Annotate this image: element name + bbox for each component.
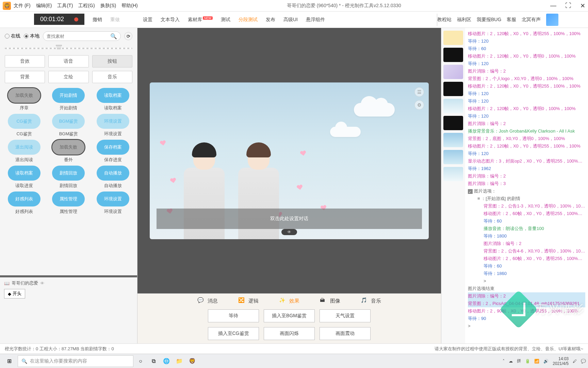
tab-music[interactable]: 🎵音乐: [361, 297, 381, 305]
toolbar-settings[interactable]: 设置: [143, 17, 152, 23]
close-icon[interactable]: ✕: [580, 2, 585, 10]
toolbar-textimport[interactable]: 文本导入: [161, 17, 180, 23]
hide-ui-icon[interactable]: 👁: [281, 229, 297, 235]
script-line[interactable]: 播放背景音乐：Josh Groban&Kelly Clarkson - All …: [468, 127, 585, 135]
category-tab[interactable]: 立绘: [48, 71, 88, 83]
script-line[interactable]: 图片消除：编号：2: [468, 172, 585, 180]
script-line[interactable]: 等待：120: [468, 90, 585, 97]
script-line[interactable]: 等待：90: [468, 315, 585, 322]
script-line[interactable]: 移动图片：2，120帧，X0，Y0，透明0，100%，100%: [468, 105, 585, 112]
maximize-icon[interactable]: ⛶: [565, 2, 571, 10]
effect-action-button[interactable]: 天气设置: [320, 309, 371, 322]
category-tab[interactable]: 语音: [48, 55, 88, 67]
tab-logic[interactable]: 🔀逻辑: [238, 297, 259, 305]
timeline-thumb[interactable]: [443, 82, 463, 96]
script-line[interactable]: 移动图片：2，120帧，X0，Y0，透明255，100%，100%: [468, 30, 585, 37]
script-line[interactable]: 移动图片：2，120帧，X0，Y0，透明255，100%，100%: [468, 142, 585, 150]
toolbar-float[interactable]: 悬浮组件: [306, 17, 325, 23]
asset-item[interactable]: 保存档案保存进度: [92, 140, 134, 163]
battery-icon[interactable]: 🔋: [525, 359, 530, 364]
toolbar-segtest[interactable]: 分段测试: [239, 17, 258, 23]
script-line[interactable]: 等待：120: [468, 112, 585, 120]
menu-item[interactable]: 工程(G): [78, 3, 95, 9]
start-button[interactable]: ⊞: [2, 355, 16, 367]
script-line[interactable]: 显示动态图片：3，封面op2，X0，Y0，透明255，100%，100%: [468, 157, 585, 165]
effect-action-button[interactable]: 画面震动: [320, 327, 371, 340]
volume-icon[interactable]: 🔊: [543, 359, 549, 364]
script-line[interactable]: 背景图：2，PicsArt_04-04-02.01.48_mh161751636…: [468, 300, 585, 307]
link-support[interactable]: 客服: [507, 17, 516, 23]
app-taskbar-icon[interactable]: 🦁: [186, 355, 198, 367]
onedrive-icon[interactable]: ☁: [509, 359, 513, 364]
preview-stage[interactable]: ☰ ⚙ 双击此处设置对话 👁: [150, 82, 429, 239]
asset-search[interactable]: 🔍: [43, 31, 121, 41]
script-line[interactable]: >: [468, 322, 585, 330]
script-line[interactable]: 等待：1962: [468, 165, 585, 172]
asset-item[interactable]: 加载失败番外: [48, 140, 89, 163]
notification-icon[interactable]: 💬: [581, 359, 586, 364]
category-tab[interactable]: 音效: [5, 55, 45, 67]
zoom-slider[interactable]: [5, 46, 132, 51]
effect-action-button[interactable]: 等待: [208, 309, 259, 322]
timeline-thumb[interactable]: [443, 133, 463, 147]
category-tab[interactable]: 背景: [5, 71, 45, 83]
script-line[interactable]: >: [468, 277, 585, 285]
timeline-thumb[interactable]: [443, 48, 463, 62]
menu-item[interactable]: 工具(T): [57, 3, 73, 9]
timeline-thumb[interactable]: [443, 167, 463, 181]
script-line[interactable]: 背景图：2，公告1-3，X0,Y0，透明0，100%，100%: [468, 202, 585, 210]
stage-settings-icon[interactable]: ⚙: [414, 100, 424, 110]
radio-local[interactable]: 本地: [24, 33, 39, 39]
timeline-thumb[interactable]: [443, 31, 463, 45]
cortana-icon[interactable]: ○: [135, 355, 146, 367]
timeline-thumb[interactable]: [443, 116, 463, 130]
asset-item[interactable]: 读取档案读取进度: [3, 166, 45, 189]
script-line[interactable]: 播放音效：朗读公告，音量100: [468, 225, 585, 232]
asset-item[interactable]: BGM鉴赏BGM鉴赏: [48, 114, 89, 137]
wifi-icon[interactable]: 📶: [534, 359, 539, 364]
toolbar-publish[interactable]: 发布: [266, 17, 275, 23]
script-line[interactable]: 图片选项：: [468, 187, 585, 195]
category-tab[interactable]: 音乐: [92, 71, 132, 83]
script-line[interactable]: ≡ ：[开始游戏] 的剧情: [468, 195, 585, 202]
asset-item[interactable]: 环境设置环境设置: [92, 114, 134, 137]
script-line[interactable]: 背景图：2，个人logo，X0,Y0，透明0，100%，100%: [468, 75, 585, 82]
tab-effect[interactable]: ✨效果: [279, 297, 299, 305]
script-line[interactable]: 背景图：2，底图，X0,Y0，透明0，100%，100%: [468, 135, 585, 142]
link-bug[interactable]: 我要报BUG: [477, 17, 501, 23]
link-tutorial[interactable]: 教程站: [437, 17, 452, 23]
script-line[interactable]: 背景图：2，公告4-6，X0,Y0，透明0，100%，100%: [468, 247, 585, 255]
taskbar-clock[interactable]: 14:03 2021/4/5: [553, 356, 569, 366]
asset-item[interactable]: 自动播放自动播放: [92, 166, 134, 189]
user-avatar[interactable]: [546, 14, 558, 26]
menu-item[interactable]: 编辑(E): [36, 3, 52, 9]
script-line[interactable]: 移动图片：2，120帧，X0，Y0，透明255，100%，100%: [468, 82, 585, 90]
taskview-icon[interactable]: ⧉: [148, 355, 159, 367]
script-line[interactable]: 等待：120: [468, 37, 585, 45]
script-line[interactable]: 图片消除：编号：3: [468, 180, 585, 187]
explorer-icon[interactable]: 📁: [174, 355, 185, 367]
effect-action-button[interactable]: 插入至BGM鉴赏: [264, 309, 315, 322]
project-tree-root[interactable]: 📖 哥哥们的恋爱 👁: [4, 280, 133, 286]
asset-item[interactable]: 读取档案读取档案: [92, 88, 134, 111]
asset-item[interactable]: 剧情回放剧情回放: [48, 166, 89, 189]
dialog-box[interactable]: 双击此处设置对话: [157, 209, 422, 229]
script-line[interactable]: 移动图片：2，120帧，X0，Y0，透明0，100%，100%: [468, 52, 585, 60]
script-line[interactable]: 图片选项结束: [468, 285, 585, 292]
asset-item[interactable]: 开始剧情开始剧情: [48, 88, 89, 111]
toolbar-advui[interactable]: 高级UI: [283, 17, 298, 23]
asset-item[interactable]: 退出阅读退出阅读: [3, 140, 45, 163]
asset-item[interactable]: 环境设置环境设置: [92, 191, 134, 215]
scene-start-node[interactable]: ◆ 开头: [4, 289, 25, 298]
script-line[interactable]: 移动图片：2，90帧，X0，Y0，透明255，100%，100%: [468, 307, 585, 315]
script-line[interactable]: 图片消除：编号：2: [468, 67, 585, 75]
asset-item[interactable]: 属性管理属性管理: [48, 191, 89, 215]
menu-item[interactable]: 文件 (F): [14, 3, 31, 9]
script-line[interactable]: 等待：120: [468, 60, 585, 67]
script-line[interactable]: 等待：60: [468, 45, 585, 52]
tab-message[interactable]: 💬消息: [197, 297, 218, 305]
edge-icon[interactable]: 🌐: [161, 355, 172, 367]
asset-item[interactable]: 加载失败序章: [3, 88, 45, 111]
taskbar-search[interactable]: 🔍 在这里输入你要搜索的内容: [18, 355, 133, 367]
menu-item[interactable]: 换肤(S): [100, 3, 116, 9]
